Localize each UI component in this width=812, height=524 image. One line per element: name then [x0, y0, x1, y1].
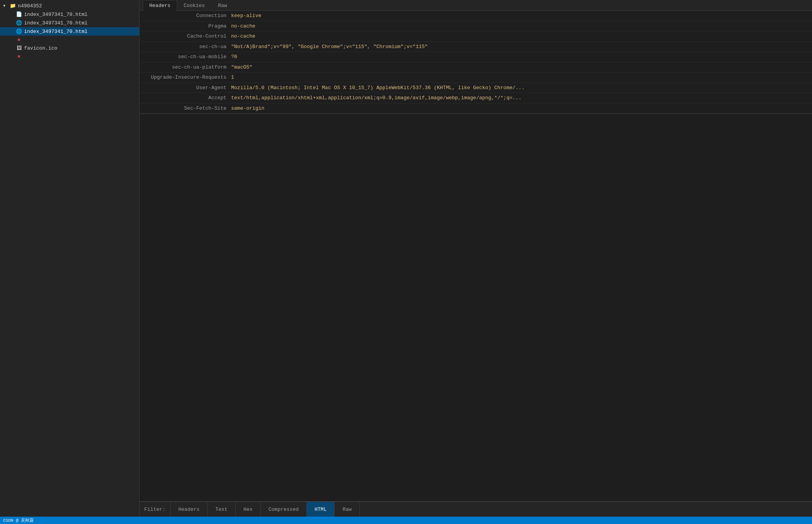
header-row: sec-ch-ua "Not/A)Brand";v="99", "Google … — [140, 42, 812, 52]
spacer — [9, 38, 16, 42]
spacer — [9, 12, 16, 17]
header-name: Upgrade-Insecure-Requests — [146, 74, 231, 81]
header-value: "macOS" — [231, 64, 806, 71]
header-value: "Not/A)Brand";v="99", "Google Chrome";v=… — [231, 43, 806, 51]
tab-cookies[interactable]: Cookies — [177, 0, 212, 11]
folder-icon: 📁 — [9, 3, 16, 9]
header-name: Connection — [146, 12, 231, 20]
bottom-tabs-container: HeadersTextHexCompressedHTMLRaw — [171, 502, 812, 517]
sidebar-item-file3[interactable]: 🌐index_3497341_70.html — [0, 27, 139, 36]
filter-label: Filter: — [144, 507, 166, 512]
header-name: sec-ch-ua-platform — [146, 64, 231, 71]
sidebar-item-file5[interactable]: 🖼favicon.ico — [0, 44, 139, 52]
tab-raw-top[interactable]: Raw — [211, 0, 233, 11]
bottom-tab-compressed[interactable]: Compressed — [261, 502, 307, 517]
header-value: ?0 — [231, 53, 806, 61]
tab-headers[interactable]: Headers — [143, 0, 177, 11]
header-row: Connection keep-alive — [140, 11, 812, 21]
bottom-tab-hex[interactable]: Hex — [236, 502, 261, 517]
spacer — [9, 29, 16, 34]
header-row: sec-ch-ua-platform "macOS" — [140, 62, 812, 73]
bottom-tab-raw[interactable]: Raw — [335, 502, 359, 517]
error-icon: ✖ — [16, 37, 22, 43]
image-icon: 🖼 — [16, 45, 22, 51]
header-value: no-cache — [231, 22, 806, 30]
spacer — [9, 21, 16, 25]
error-icon: ✖ — [16, 53, 22, 60]
header-row: User-Agent Mozilla/5.0 (Macintosh; Intel… — [140, 83, 812, 93]
tree-label: index_3497341_70.html — [24, 20, 88, 26]
footer: CSDN @ 吴秋霖 — [0, 517, 812, 524]
sidebar: ▼ 📁n4904352 📄index_3497341_70.html 🌐inde… — [0, 0, 140, 517]
header-name: sec-ch-ua-mobile — [146, 53, 231, 61]
header-value: same-origin — [231, 105, 806, 112]
header-row: Sec-Fetch-Site same-origin — [140, 103, 812, 114]
sidebar-item-file1[interactable]: 📄index_3497341_70.html — [0, 10, 139, 19]
headers-section: Connection keep-alive Pragma no-cache Ca… — [140, 11, 812, 114]
header-name: Sec-Fetch-Site — [146, 105, 231, 112]
bottom-bar: Filter: HeadersTextHexCompressedHTMLRaw — [140, 501, 812, 517]
tree-label: n4904352 — [18, 3, 42, 9]
sidebar-item-file2[interactable]: 🌐index_3497341_70.html — [0, 19, 139, 27]
header-name: Pragma — [146, 22, 231, 30]
code-area[interactable]: </span>var _0x19b4=['w6/DjMKfwrw=','w4HC… — [140, 114, 812, 501]
globe-icon: 🌐 — [16, 20, 22, 26]
tree-label: favicon.ico — [24, 45, 57, 51]
header-value: text/html,application/xhtml+xml,applicat… — [231, 94, 806, 102]
header-row: Cache-Control no-cache — [140, 31, 812, 42]
sidebar-item-file6[interactable]: ✖ — [0, 52, 139, 61]
header-name: User-Agent — [146, 84, 231, 92]
main-container: ▼ 📁n4904352 📄index_3497341_70.html 🌐inde… — [0, 0, 812, 517]
bottom-tab-headers[interactable]: Headers — [171, 502, 208, 517]
header-name: Cache-Control — [146, 33, 231, 40]
sidebar-tree: ▼ 📁n4904352 📄index_3497341_70.html 🌐inde… — [0, 0, 139, 62]
footer-text: CSDN @ 吴秋霖 — [3, 517, 34, 523]
header-value: no-cache — [231, 33, 806, 40]
header-row: Accept text/html,application/xhtml+xml,a… — [140, 93, 812, 103]
header-value: Mozilla/5.0 (Macintosh; Intel Mac OS X 1… — [231, 84, 806, 92]
header-row: Upgrade-Insecure-Requests 1 — [140, 72, 812, 83]
doc-icon: 📄 — [16, 11, 22, 17]
top-tab-bar: Headers Cookies Raw — [140, 0, 812, 11]
spacer — [9, 46, 16, 50]
sidebar-item-folder-n4904352[interactable]: ▼ 📁n4904352 — [0, 2, 139, 10]
header-row: sec-ch-ua-mobile ?0 — [140, 52, 812, 62]
sidebar-item-file4[interactable]: ✖ — [0, 36, 139, 44]
right-panel: Headers Cookies Raw Connection keep-aliv… — [140, 0, 812, 517]
header-value: 1 — [231, 74, 806, 81]
folder-arrow: ▼ — [3, 4, 9, 8]
tree-label: index_3497341_70.html — [24, 29, 88, 34]
bottom-tab-text[interactable]: Text — [208, 502, 236, 517]
spacer — [9, 55, 16, 59]
globe-icon: 🌐 — [16, 28, 22, 34]
header-row: Pragma no-cache — [140, 21, 812, 32]
header-name: sec-ch-ua — [146, 43, 231, 51]
filter-section: Filter: — [140, 502, 171, 517]
header-value: keep-alive — [231, 12, 806, 20]
bottom-tab-html[interactable]: HTML — [307, 502, 335, 517]
header-name: Accept — [146, 94, 231, 102]
tree-label: index_3497341_70.html — [24, 12, 88, 17]
